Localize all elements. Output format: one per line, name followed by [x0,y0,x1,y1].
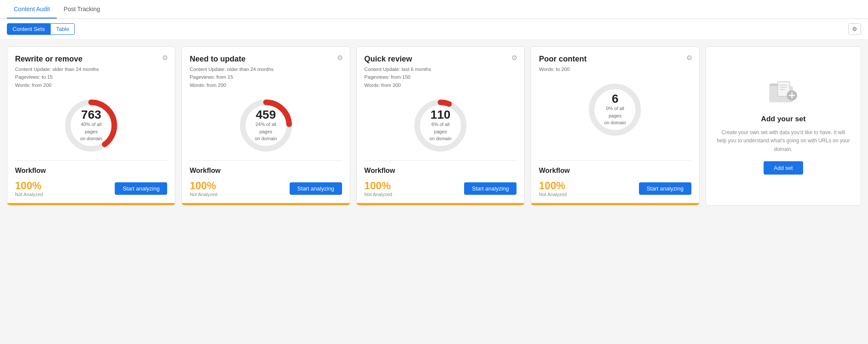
donut-number-need-to-update: 459 [252,109,280,121]
card-footer-bar-rewrite-remove [7,203,175,205]
card-need-to-update: Need to update ⚙ Content Update: older t… [181,46,350,206]
workflow-sub-poor-content: Not Analyzed [539,192,567,197]
card-inner-poor-content: Poor content ⚙ Words: to 200 6 0% of all… [531,47,699,160]
workflow-section-rewrite-remove: Workflow 100% Not Analyzed Start analyzi… [7,161,175,203]
workflow-pct-need-to-update: 100% [189,180,217,192]
donut-number-poor-content: 6 [601,93,629,105]
workflow-title-quick-review: Workflow [364,167,517,175]
workflow-title-need-to-update: Workflow [189,167,342,175]
add-set-icon [768,77,798,109]
start-analyzing-button-need-to-update[interactable]: Start analyzing [290,182,342,195]
nav-tab-post-tracking[interactable]: Post Tracking [57,0,107,18]
workflow-pct-group-rewrite-remove: 100% Not Analyzed [15,180,43,197]
table-button[interactable]: Table [50,23,75,35]
donut-wrapper-need-to-update: 459 24% of all pageson domain [238,98,294,154]
workflow-sub-rewrite-remove: Not Analyzed [15,192,43,197]
donut-number-rewrite-remove: 763 [77,109,105,121]
card-criteria-rewrite-remove: Content Update: older than 24 monthsPage… [15,65,167,89]
donut-label-poor-content: 0% of all pageson domain [604,106,626,126]
add-set-title: Add your set [761,115,806,123]
donut-container-need-to-update: 459 24% of all pageson domain [189,93,342,160]
workflow-sub-quick-review: Not Analyzed [364,192,392,197]
donut-container-poor-content: 6 0% of all pageson domain [539,77,691,144]
donut-container-rewrite-remove: 763 40% of all pageson domain [15,93,167,160]
workflow-sub-need-to-update: Not Analyzed [189,192,217,197]
card-gear-icon-rewrite-remove[interactable]: ⚙ [162,54,168,62]
workflow-section-need-to-update: Workflow 100% Not Analyzed Start analyzi… [182,161,349,203]
card-title-need-to-update: Need to update [189,55,342,64]
start-analyzing-button-poor-content[interactable]: Start analyzing [639,182,691,195]
card-criteria-poor-content: Words: to 200 [539,65,691,73]
nav-tab-content-audit[interactable]: Content Audit [7,0,57,18]
workflow-pct-group-poor-content: 100% Not Analyzed [539,180,567,197]
main-content: Rewrite or remove ⚙ Content Update: olde… [0,40,868,212]
workflow-row-need-to-update: 100% Not Analyzed Start analyzing [189,180,342,197]
donut-center-rewrite-remove: 763 40% of all pageson domain [77,109,105,142]
donut-container-quick-review: 110 6% of all pageson domain [364,93,517,160]
card-gear-icon-need-to-update[interactable]: ⚙ [337,54,343,62]
card-inner-need-to-update: Need to update ⚙ Content Update: older t… [182,47,349,160]
card-footer-bar-quick-review [357,203,524,205]
card-gear-icon-quick-review[interactable]: ⚙ [511,54,517,62]
card-inner-rewrite-remove: Rewrite or remove ⚙ Content Update: olde… [7,47,175,160]
card-title-poor-content: Poor content [539,55,691,64]
workflow-pct-group-need-to-update: 100% Not Analyzed [189,180,217,197]
donut-number-quick-review: 110 [427,109,455,121]
sub-nav-left: Content Sets Table [7,23,75,35]
workflow-pct-rewrite-remove: 100% [15,180,43,192]
card-gear-icon-poor-content[interactable]: ⚙ [686,54,692,62]
donut-center-quick-review: 110 6% of all pageson domain [427,109,455,142]
start-analyzing-button-quick-review[interactable]: Start analyzing [464,182,517,195]
card-title-quick-review: Quick review [364,55,517,64]
start-analyzing-button-rewrite-remove[interactable]: Start analyzing [115,182,167,195]
workflow-row-quick-review: 100% Not Analyzed Start analyzing [364,180,517,197]
content-sets-button[interactable]: Content Sets [7,23,50,35]
workflow-pct-poor-content: 100% [539,180,567,192]
card-criteria-quick-review: Content Update: last 6 monthsPageviews: … [364,65,517,89]
workflow-row-rewrite-remove: 100% Not Analyzed Start analyzing [15,180,167,197]
add-set-card: Add your set Create your own set with da… [706,46,861,206]
card-inner-quick-review: Quick review ⚙ Content Update: last 6 mo… [357,47,524,160]
add-set-description: Create your own set with data you'd like… [716,129,850,154]
donut-wrapper-rewrite-remove: 763 40% of all pageson domain [63,98,119,154]
card-rewrite-remove: Rewrite or remove ⚙ Content Update: olde… [7,46,175,206]
donut-center-poor-content: 6 0% of all pageson domain [601,93,629,126]
card-criteria-need-to-update: Content Update: older than 24 monthsPage… [189,65,342,89]
settings-gear-button[interactable]: ⚙ [848,23,861,35]
workflow-pct-group-quick-review: 100% Not Analyzed [364,180,392,197]
donut-label-need-to-update: 24% of all pageson domain [255,122,277,141]
card-poor-content: Poor content ⚙ Words: to 200 6 0% of all… [531,46,699,206]
card-title-rewrite-remove: Rewrite or remove [15,55,167,64]
workflow-row-poor-content: 100% Not Analyzed Start analyzing [539,180,691,197]
card-footer-bar-need-to-update [182,203,349,205]
workflow-title-poor-content: Workflow [539,167,691,175]
sub-nav: Content Sets Table ⚙ [0,19,868,40]
top-nav: Content Audit Post Tracking [0,0,868,19]
donut-wrapper-quick-review: 110 6% of all pageson domain [413,98,468,154]
card-quick-review: Quick review ⚙ Content Update: last 6 mo… [356,46,525,206]
add-set-button[interactable]: Add set [764,161,803,175]
donut-wrapper-poor-content: 6 0% of all pageson domain [587,82,643,138]
workflow-title-rewrite-remove: Workflow [15,167,167,175]
workflow-section-poor-content: Workflow 100% Not Analyzed Start analyzi… [531,161,699,203]
card-footer-bar-poor-content [531,203,699,205]
donut-center-need-to-update: 459 24% of all pageson domain [252,109,280,142]
donut-label-rewrite-remove: 40% of all pageson domain [80,122,102,141]
workflow-pct-quick-review: 100% [364,180,392,192]
workflow-section-quick-review: Workflow 100% Not Analyzed Start analyzi… [357,161,524,203]
donut-label-quick-review: 6% of all pageson domain [429,122,451,141]
